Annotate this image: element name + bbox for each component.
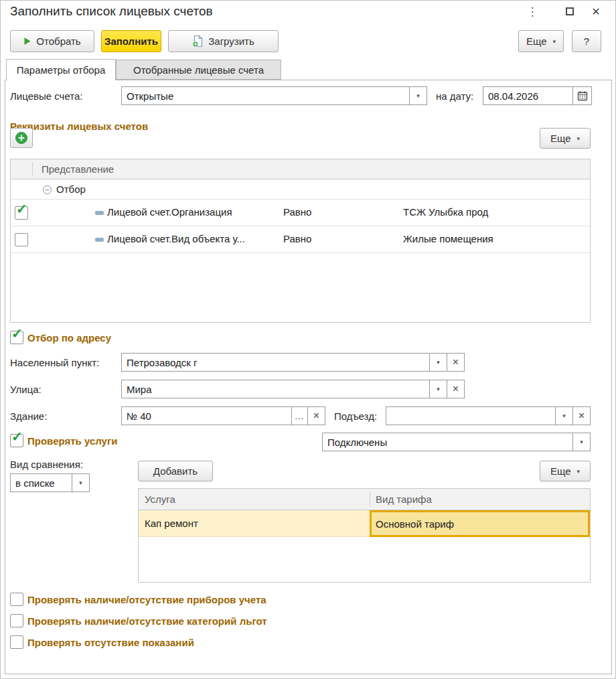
clear-icon[interactable]: ×	[307, 407, 325, 425]
add-service-button[interactable]: Добавить	[138, 461, 213, 481]
building-label: Здание:	[10, 410, 47, 422]
check-services-checkbox[interactable]: ✓	[10, 434, 23, 447]
requisites-table-header: Представление	[11, 159, 590, 179]
maximize-button[interactable]	[562, 3, 578, 19]
tab-filter-params-label: Параметры отбора	[17, 64, 106, 76]
filter-group-label: Отбор	[56, 183, 86, 195]
add-requisite-button[interactable]	[10, 128, 33, 148]
services-status-select[interactable]: Подключены ▾	[322, 433, 591, 451]
clear-icon[interactable]: ×	[447, 380, 464, 398]
service-cell: Кап ремонт	[145, 518, 198, 529]
city-value: Петрозаводск г	[122, 354, 429, 371]
comparison-select[interactable]: в списке ▾	[10, 473, 90, 492]
check-icon: ✓	[11, 327, 23, 340]
check-meters-checkbox[interactable]	[10, 593, 23, 606]
street-label: Улица:	[10, 384, 42, 395]
filter-item-icon	[95, 238, 104, 242]
building-input[interactable]: № 40 ... ×	[121, 406, 325, 425]
city-label: Населенный пункт:	[10, 357, 99, 368]
chevron-down-icon: ▾	[577, 135, 581, 142]
column-header-service: Услуга	[145, 494, 175, 505]
load-document-icon	[192, 35, 204, 48]
help-button-label: ?	[584, 35, 589, 47]
clear-icon[interactable]: ×	[447, 354, 464, 371]
services-more-label: Еще	[550, 465, 571, 477]
services-table: Услуга Вид тарифа Кап ремонт Основной та…	[138, 488, 591, 583]
date-input[interactable]: 08.04.2026	[483, 86, 592, 105]
address-filter-label: Отбор по адресу	[27, 332, 111, 344]
calendar-button[interactable]	[572, 87, 591, 104]
chevron-down-icon[interactable]: ▾	[572, 433, 590, 451]
toolbar-more-button[interactable]: Еще ▾	[518, 30, 564, 52]
street-select[interactable]: Мира ▾ ×	[121, 380, 465, 398]
check-meters-label: Проверять наличие/отсутствие приборов уч…	[27, 594, 266, 605]
column-header-presentation: Представление	[42, 163, 114, 175]
services-table-header: Услуга Вид тарифа	[139, 489, 590, 510]
city-select[interactable]: Петрозаводск г ▾ ×	[121, 353, 465, 372]
close-button[interactable]: ✕	[588, 3, 604, 19]
requisites-more-label: Еще	[550, 133, 571, 144]
play-icon	[23, 37, 31, 46]
chevron-down-icon[interactable]: ▾	[409, 87, 427, 104]
building-value: № 40	[122, 407, 291, 425]
check-readings-checkbox[interactable]	[10, 635, 23, 649]
collapse-icon[interactable]: −	[43, 185, 52, 194]
entrance-value	[386, 407, 555, 425]
dialog-window: Заполнить список лицевых счетов ⋮ ✕ Отоб…	[0, 0, 616, 679]
close-icon: ✕	[591, 5, 600, 18]
street-value: Мира	[122, 380, 429, 398]
column-divider	[370, 492, 370, 507]
fill-button-label: Заполнить	[104, 35, 158, 47]
chevron-down-icon: ▾	[553, 38, 556, 45]
table-row[interactable]: ✓ Лицевой счет.Организация Равно ТСЖ Улы…	[11, 200, 590, 226]
load-button[interactable]: Загрузить	[168, 30, 279, 52]
clear-icon[interactable]: ×	[572, 407, 590, 425]
page-title: Заполнить список лицевых счетов	[10, 4, 213, 19]
tab-filter-params[interactable]: Параметры отбора	[6, 59, 116, 80]
comparison-value: в списке	[11, 474, 72, 492]
check-services-label: Проверять услуги	[27, 435, 117, 447]
row-condition: Равно	[283, 233, 311, 244]
fill-button[interactable]: Заполнить	[101, 30, 161, 52]
tariff-cell-selected[interactable]: Основной тариф	[370, 510, 590, 537]
ellipsis-button[interactable]: ...	[291, 407, 307, 425]
entrance-select[interactable]: ▾ ×	[386, 406, 591, 425]
tariff-value: Основной тариф	[376, 518, 454, 530]
table-row[interactable]: Кап ремонт Основной тариф	[139, 510, 590, 537]
minus-glyph: −	[45, 186, 49, 194]
toolbar-more-label: Еще	[526, 35, 547, 47]
check-readings-label: Проверять отсутствие показаний	[27, 637, 194, 648]
accounts-select[interactable]: Открытые ▾	[121, 86, 427, 105]
load-button-label: Загрузить	[208, 35, 254, 47]
requisites-table: Представление − Отбор ✓ Лицевой счет.Орг…	[10, 159, 591, 323]
window-menu-button[interactable]: ⋮	[524, 3, 540, 19]
table-row[interactable]: Лицевой счет.Вид объекта у... Равно Жилы…	[11, 226, 590, 253]
row-checkbox[interactable]: ✓	[15, 206, 28, 220]
tab-selected-accounts[interactable]: Отобранные лицевые счета	[116, 60, 281, 80]
services-status-value: Подключены	[323, 433, 572, 451]
check-icon: ✓	[11, 430, 23, 443]
check-icon: ✓	[16, 202, 27, 216]
date-label: на дату:	[436, 90, 473, 102]
select-button[interactable]: Отобрать	[10, 30, 94, 52]
requisites-more-button[interactable]: Еще ▾	[540, 128, 591, 149]
chevron-down-icon[interactable]: ▾	[555, 407, 572, 425]
services-more-button[interactable]: Еще ▾	[540, 461, 591, 481]
comparison-label: Вид сравнения:	[10, 459, 83, 470]
filter-group-row[interactable]: − Отбор	[11, 179, 590, 200]
filter-item-icon	[95, 211, 104, 215]
address-filter-checkbox[interactable]: ✓	[10, 331, 23, 344]
column-divider	[32, 162, 33, 176]
chevron-down-icon[interactable]: ▾	[429, 354, 447, 371]
chevron-down-icon[interactable]: ▾	[72, 474, 89, 492]
accounts-select-value: Открытые	[122, 87, 409, 104]
row-condition: Равно	[283, 206, 311, 218]
help-button[interactable]: ?	[572, 30, 601, 52]
check-benefits-checkbox[interactable]	[10, 614, 23, 627]
filter-params-panel: Лицевые счета: Открытые ▾ на дату: 08.04…	[5, 80, 612, 674]
plus-icon	[15, 131, 28, 145]
row-value: Жилые помещения	[403, 233, 493, 244]
chevron-down-icon[interactable]: ▾	[429, 380, 447, 398]
row-checkbox[interactable]	[15, 233, 28, 246]
entrance-label: Подъезд:	[334, 410, 377, 422]
